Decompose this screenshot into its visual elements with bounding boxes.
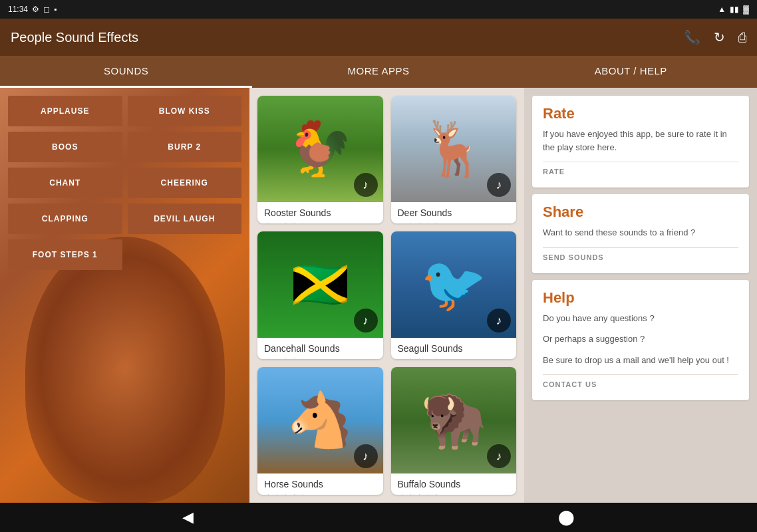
app-title-horse: Horse Sounds	[264, 479, 377, 489]
sound-burp-2[interactable]: BURP 2	[128, 132, 242, 162]
app-stars-horse: ★★★★★	[264, 492, 377, 495]
refresh-button[interactable]: ↻	[714, 29, 725, 45]
app-image-dancehall: 🇯🇲 ♪	[257, 231, 383, 338]
app-card-dancehall[interactable]: 🇯🇲 ♪ Dancehall Sounds ★★★★★	[257, 231, 383, 359]
help-text3: Be sure to drop us a mail and we'll help…	[543, 354, 738, 367]
app-card-seagull[interactable]: ♪ Seagull Sounds ★★★★★	[391, 231, 517, 359]
status-time: 11:34 ⚙ ◻ ▪	[8, 5, 57, 14]
music-note-icon-6: ♪	[487, 444, 511, 468]
app-stars-dancehall: ★★★★★	[264, 356, 377, 359]
app-info-horse: Horse Sounds ★★★★★	[257, 473, 383, 495]
help-panel: Rate If you have enjoyed this app, be su…	[524, 88, 757, 503]
rate-divider	[543, 162, 738, 162]
app-image-buffalo: ♪	[391, 367, 517, 473]
wifi-icon: ▲	[718, 5, 726, 14]
app-title-dancehall: Dancehall Sounds	[264, 343, 377, 354]
sound-cheering[interactable]: CHEERING	[128, 168, 242, 198]
app-card-deer[interactable]: ♪ Deer Sounds ★★★★★	[391, 96, 517, 223]
app-title-seagull: Seagull Sounds	[398, 343, 510, 354]
signal-icon: ▮▮	[730, 5, 739, 14]
music-note-icon: ♪	[354, 173, 378, 197]
music-note-icon-4: ♪	[487, 309, 511, 332]
rate-text: If you have enjoyed this app, be sure to…	[543, 128, 738, 154]
share-card: Share Want to send these sounds to a fri…	[532, 194, 749, 273]
app-info-rooster: Rooster Sounds ★★★★★	[257, 202, 383, 223]
share-title: Share	[543, 203, 738, 221]
share-text: Want to send these sounds to a friend ?	[543, 226, 738, 239]
app-card-buffalo[interactable]: ♪ Buffalo Sounds ★★★★★	[391, 367, 517, 495]
tab-more-apps[interactable]: More apps	[252, 56, 504, 88]
bottom-nav-bar: ◀ ⬤	[0, 503, 757, 532]
app-info-dancehall: Dancehall Sounds ★★★★★	[257, 338, 383, 359]
help-text2: Or perhaps a suggestion ?	[543, 332, 738, 346]
battery-icon: ▓	[743, 5, 749, 14]
back-button[interactable]: ◀	[182, 509, 194, 526]
app-card-horse[interactable]: ♪ Horse Sounds ★★★★★	[257, 367, 383, 495]
home-button[interactable]: ⬤	[558, 509, 575, 526]
app-image-horse: ♪	[257, 367, 383, 473]
status-icons: ▲ ▮▮ ▓	[718, 5, 749, 14]
sounds-panel: APPLAUSE BLOW KISS BOOS BURP 2 CHANT CHE…	[0, 88, 249, 503]
tab-sounds[interactable]: Sounds	[0, 56, 252, 88]
tab-bar: Sounds More apps About / Help	[0, 56, 757, 88]
app-card-rooster[interactable]: ♪ Rooster Sounds ★★★★★	[257, 96, 383, 223]
sound-foot-steps-1[interactable]: FOOT STEPS 1	[8, 239, 122, 270]
tab-about-help[interactable]: About / Help	[505, 56, 757, 88]
contact-us-button[interactable]: CONTACT US	[543, 378, 597, 391]
app-info-deer: Deer Sounds ★★★★★	[391, 202, 517, 223]
sound-devil-laugh[interactable]: DEVIL LAUGH	[128, 203, 242, 234]
rate-card: Rate If you have enjoyed this app, be su…	[532, 96, 749, 188]
notification-icon: ▪	[54, 5, 57, 14]
sound-chant[interactable]: CHANT	[8, 168, 122, 198]
app-stars-buffalo: ★★★★★	[398, 492, 510, 495]
share-divider	[543, 247, 738, 248]
app-title-deer: Deer Sounds	[398, 207, 510, 218]
phone-button[interactable]: 📞	[684, 29, 700, 45]
app-info-buffalo: Buffalo Sounds ★★★★★	[391, 473, 517, 495]
sound-boos[interactable]: BOOS	[8, 132, 122, 162]
sound-blow-kiss[interactable]: BLOW KISS	[128, 96, 242, 126]
app-stars-rooster: ★★★★★	[264, 221, 377, 223]
app-image-deer: ♪	[391, 96, 517, 202]
sound-clapping[interactable]: CLAPPING	[8, 203, 122, 234]
rate-title: Rate	[543, 105, 738, 122]
app-image-rooster: ♪	[257, 96, 383, 202]
app-title-buffalo: Buffalo Sounds	[398, 479, 510, 489]
app-info-seagull: Seagull Sounds ★★★★★	[391, 338, 517, 359]
sound-applause[interactable]: APPLAUSE	[8, 96, 122, 126]
app-stars-deer: ★★★★★	[398, 221, 510, 223]
help-text1: Do you have any questions ?	[543, 312, 738, 325]
share-button[interactable]: ⎙	[738, 30, 746, 45]
app-bar-icons: 📞 ↻ ⎙	[684, 29, 746, 45]
time-display: 11:34	[8, 5, 28, 14]
app-title-rooster: Rooster Sounds	[264, 207, 377, 218]
main-content: APPLAUSE BLOW KISS BOOS BURP 2 CHANT CHE…	[0, 88, 757, 503]
sounds-grid: APPLAUSE BLOW KISS BOOS BURP 2 CHANT CHE…	[0, 88, 249, 278]
help-title: Help	[543, 289, 738, 307]
music-note-icon-3: ♪	[354, 309, 378, 332]
apps-panel: ♪ Rooster Sounds ★★★★★ ♪ Deer Sounds ★★★…	[249, 88, 524, 503]
send-sounds-button[interactable]: SEND SOUNDS	[543, 251, 604, 264]
status-bar: 11:34 ⚙ ◻ ▪ ▲ ▮▮ ▓	[0, 0, 757, 19]
settings-icon: ⚙	[32, 5, 39, 14]
app-bar: People Sound Effects 📞 ↻ ⎙	[0, 19, 757, 56]
music-note-icon-5: ♪	[354, 444, 378, 468]
rate-button[interactable]: RATE	[543, 165, 565, 178]
music-note-icon-2: ♪	[487, 173, 511, 197]
bluetooth-icon: ◻	[43, 5, 50, 14]
help-card: Help Do you have any questions ? Or perh…	[532, 280, 749, 401]
help-divider	[543, 374, 738, 375]
app-image-seagull: ♪	[391, 231, 517, 338]
app-stars-seagull: ★★★★★	[398, 356, 510, 359]
app-title: People Sound Effects	[11, 30, 138, 45]
